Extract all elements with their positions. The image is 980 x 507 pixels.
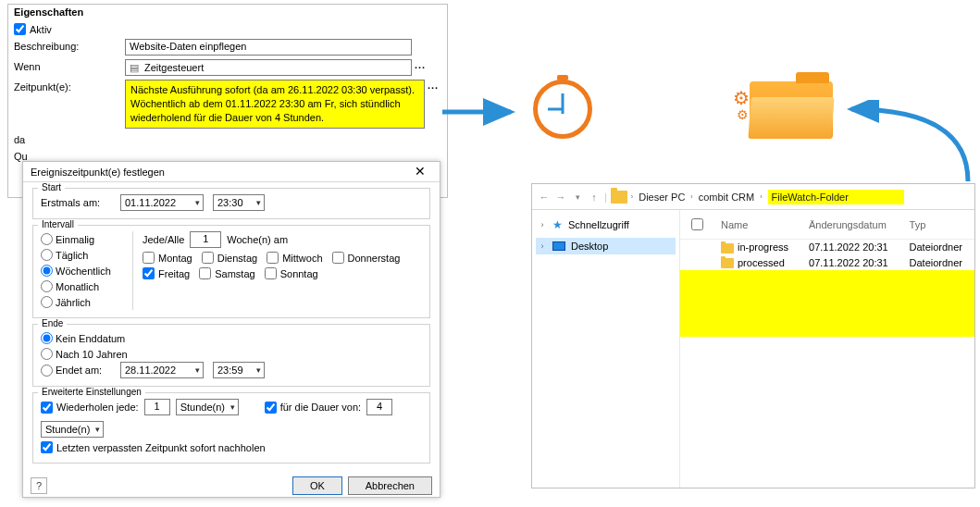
end-date-input[interactable]: 28.11.2022 — [120, 362, 204, 378]
clock-icon — [533, 80, 592, 139]
erstmals-label: Erstmals am: — [41, 197, 111, 208]
tree-desktop[interactable]: › Desktop — [536, 238, 676, 254]
zeitpunkt-label: Zeitpunkt(e): — [14, 80, 125, 93]
start-time-input[interactable]: 23:30 — [213, 194, 265, 211]
dauer-unit[interactable]: Stunde(n) — [41, 421, 104, 438]
zeitpunkt-summary: Nächste Ausführung sofort (da am 26.11.2… — [125, 80, 425, 129]
wieder-value[interactable]: 1 — [144, 399, 170, 415]
file-explorer: ← → ▾ ↑ | › Dieser PC › combit CRM › Fil… — [531, 183, 975, 488]
start-legend: Start — [38, 182, 65, 192]
erweitert-legend: Erweiterte Einstellungen — [38, 387, 145, 397]
nav-recent-button[interactable]: ▾ — [571, 192, 584, 202]
ende-endet-am[interactable]: Endet am: — [41, 365, 111, 377]
star-icon: ★ — [552, 218, 563, 231]
col-date[interactable]: Änderungsdatum — [801, 210, 902, 240]
help-button[interactable]: ? — [31, 477, 47, 494]
ende-legend: Ende — [38, 318, 67, 328]
day-di[interactable]: Dienstag — [202, 252, 257, 264]
close-button[interactable]: ✕ — [406, 164, 434, 180]
folder-icon — [611, 191, 627, 204]
wieder-checkbox[interactable]: Wiederholen jede: — [41, 402, 139, 414]
arrow-to-clock-icon — [442, 98, 522, 126]
beschreibung-label: Beschreibung: — [14, 39, 125, 52]
beschreibung-input[interactable]: Website-Daten einpflegen — [125, 39, 412, 56]
cancel-button[interactable]: Abbrechen — [348, 476, 432, 495]
day-sa[interactable]: Samstag — [199, 267, 254, 279]
nav-up-button[interactable]: ↑ — [588, 192, 601, 203]
quelle-label-partial: Qu — [14, 149, 125, 162]
breadcrumb-combit[interactable]: combit CRM — [699, 192, 755, 203]
intervall-jaehrlich[interactable]: Jährlich — [41, 296, 127, 308]
intervall-einmalig[interactable]: Einmalig — [41, 233, 127, 245]
ende-nach10[interactable]: Nach 10 Jahren — [41, 348, 128, 360]
wenn-more-button[interactable]: ... — [412, 59, 428, 70]
intervall-woechentlich[interactable]: Wöchentlich — [41, 265, 127, 277]
breadcrumb[interactable]: › Dieser PC › combit CRM › FileWatch-Fol… — [631, 190, 904, 204]
day-mi[interactable]: Mittwoch — [267, 252, 322, 264]
list-icon: ▤ — [130, 62, 139, 74]
intervall-legend: Intervall — [38, 219, 78, 229]
col-type[interactable]: Typ — [902, 210, 974, 240]
tree-quickaccess[interactable]: ›★ Schnellzugriff — [536, 216, 676, 234]
nav-fwd-button[interactable]: → — [554, 192, 567, 203]
col-name[interactable]: Name — [713, 210, 801, 240]
ok-button[interactable]: OK — [292, 476, 342, 495]
breadcrumb-filewatch[interactable]: FileWatch-Folder — [768, 190, 904, 204]
dialog-title: Ereigniszeitpunkt(e) festlegen — [31, 167, 165, 178]
breadcrumb-dieser-pc[interactable]: Dieser PC — [639, 192, 685, 203]
day-do[interactable]: Donnerstag — [332, 252, 401, 264]
list-item[interactable]: in-progress 07.11.2022 20:31 Dateiordner — [680, 240, 974, 255]
wenn-label: Wenn — [14, 59, 125, 72]
jedealle-label: Jede/Alle — [143, 234, 184, 245]
day-mo[interactable]: Montag — [143, 252, 192, 264]
schedule-dialog: Ereigniszeitpunkt(e) festlegen ✕ Start E… — [22, 161, 440, 498]
jedealle-input[interactable]: 1 — [190, 231, 221, 248]
dann-label-partial: da — [14, 132, 125, 145]
dauer-checkbox[interactable]: für die Dauer von: — [265, 402, 361, 414]
day-fr[interactable]: Freitag — [143, 267, 190, 279]
end-time-input[interactable]: 23:59 — [213, 362, 265, 378]
file-list: Name Änderungsdatum Typ in-progress 07.1… — [680, 210, 974, 488]
wenn-select[interactable]: ▤ Zeitgesteuert — [125, 59, 412, 76]
aktiv-checkbox[interactable]: Aktiv — [14, 23, 52, 35]
nav-back-button[interactable]: ← — [538, 192, 551, 203]
wochen-am-label: Woche(n) am — [227, 234, 288, 245]
select-all-checkbox[interactable] — [691, 218, 703, 230]
highlighted-drop-area — [680, 270, 974, 337]
folder-large-icon: ⚙ ⚙ — [750, 81, 833, 139]
ende-kein[interactable]: Kein Enddatum — [41, 332, 125, 344]
nav-tree: ›★ Schnellzugriff › Desktop — [532, 210, 680, 488]
arrow-to-explorer-icon — [838, 100, 977, 189]
desktop-icon — [552, 241, 565, 251]
properties-title: Eigenschaften — [8, 5, 447, 21]
start-date-input[interactable]: 01.11.2022 — [120, 194, 204, 211]
dauer-value[interactable]: 4 — [366, 399, 392, 415]
intervall-taeglich[interactable]: Täglich — [41, 249, 127, 261]
wieder-unit[interactable]: Stunde(n) — [176, 399, 239, 415]
zeitpunkt-more-button[interactable]: ... — [425, 80, 441, 91]
intervall-monatlich[interactable]: Monatlich — [41, 280, 127, 292]
list-item[interactable]: processed 07.11.2022 20:31 Dateiordner — [680, 255, 974, 271]
folder-icon — [721, 258, 734, 268]
day-so[interactable]: Sonntag — [265, 267, 318, 279]
letzten-checkbox[interactable]: Letzten verpassten Zeitpunkt sofort nach… — [41, 441, 266, 453]
folder-icon — [721, 243, 734, 254]
